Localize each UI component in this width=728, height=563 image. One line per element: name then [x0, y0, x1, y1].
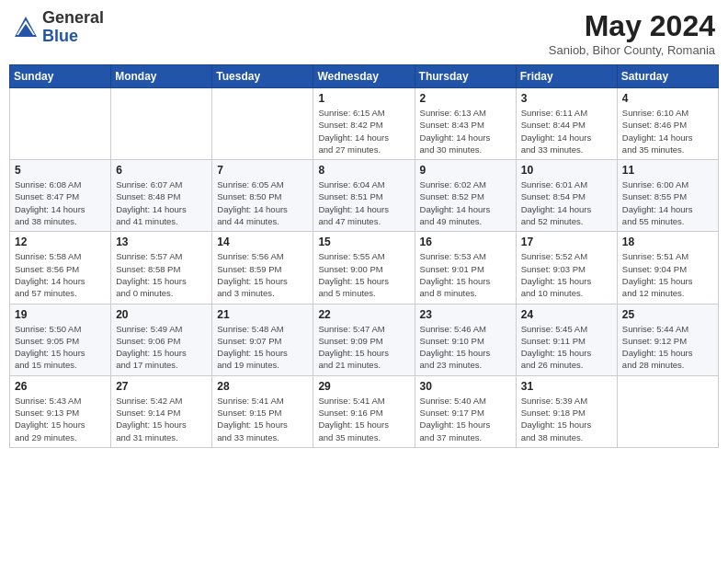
location-subtitle: Saniob, Bihor County, Romania: [549, 43, 715, 57]
calendar-cell: 29Sunrise: 5:41 AMSunset: 9:16 PMDayligh…: [313, 375, 415, 447]
day-number: 1: [318, 92, 409, 105]
day-number: 31: [521, 380, 612, 393]
day-number: 16: [420, 236, 511, 248]
calendar-cell: [617, 375, 718, 447]
day-info: Sunrise: 6:00 AMSunset: 8:55 PMDaylight:…: [622, 178, 713, 227]
calendar-week-4: 19Sunrise: 5:50 AMSunset: 9:05 PMDayligh…: [10, 304, 719, 375]
calendar-cell: 28Sunrise: 5:41 AMSunset: 9:15 PMDayligh…: [212, 375, 313, 447]
calendar-week-3: 12Sunrise: 5:58 AMSunset: 8:56 PMDayligh…: [10, 232, 719, 304]
calendar-cell: 2Sunrise: 6:13 AMSunset: 8:43 PMDaylight…: [415, 88, 516, 160]
day-info: Sunrise: 5:58 AMSunset: 8:56 PMDaylight:…: [15, 250, 106, 299]
day-number: 8: [318, 164, 409, 177]
day-info: Sunrise: 5:46 AMSunset: 9:10 PMDaylight:…: [420, 323, 511, 372]
day-number: 20: [116, 308, 207, 321]
calendar-cell: 20Sunrise: 5:49 AMSunset: 9:06 PMDayligh…: [111, 304, 212, 375]
day-number: 6: [116, 164, 207, 177]
calendar-cell: 12Sunrise: 5:58 AMSunset: 8:56 PMDayligh…: [10, 232, 111, 304]
calendar-cell: 4Sunrise: 6:10 AMSunset: 8:46 PMDaylight…: [617, 88, 718, 160]
calendar-cell: 5Sunrise: 6:08 AMSunset: 8:47 PMDaylight…: [10, 160, 111, 232]
logo-blue-text: Blue: [42, 27, 78, 45]
day-number: 27: [116, 380, 207, 393]
day-number: 24: [521, 308, 612, 321]
calendar-cell: 17Sunrise: 5:52 AMSunset: 9:03 PMDayligh…: [516, 232, 617, 304]
day-number: 21: [217, 308, 308, 321]
weekday-header-friday: Friday: [516, 65, 617, 88]
day-number: 26: [15, 380, 106, 393]
day-number: 18: [622, 236, 713, 248]
day-number: 3: [521, 92, 612, 105]
calendar-cell: 14Sunrise: 5:56 AMSunset: 8:59 PMDayligh…: [212, 232, 313, 304]
day-info: Sunrise: 6:01 AMSunset: 8:54 PMDaylight:…: [521, 178, 612, 227]
day-number: 7: [217, 164, 308, 177]
day-info: Sunrise: 5:39 AMSunset: 9:18 PMDaylight:…: [521, 395, 612, 443]
calendar-cell: [212, 88, 313, 160]
day-info: Sunrise: 5:41 AMSunset: 9:16 PMDaylight:…: [318, 395, 409, 443]
logo: General Blue: [13, 9, 104, 46]
calendar-cell: 15Sunrise: 5:55 AMSunset: 9:00 PMDayligh…: [313, 232, 415, 304]
calendar-cell: 21Sunrise: 5:48 AMSunset: 9:07 PMDayligh…: [212, 304, 313, 375]
logo-icon: [13, 15, 39, 40]
calendar-week-5: 26Sunrise: 5:43 AMSunset: 9:13 PMDayligh…: [10, 375, 719, 447]
weekday-header-thursday: Thursday: [415, 65, 516, 88]
weekday-header-saturday: Saturday: [617, 65, 718, 88]
day-info: Sunrise: 5:57 AMSunset: 8:58 PMDaylight:…: [116, 250, 207, 299]
calendar-cell: 22Sunrise: 5:47 AMSunset: 9:09 PMDayligh…: [313, 304, 415, 375]
day-info: Sunrise: 5:41 AMSunset: 9:15 PMDaylight:…: [217, 395, 308, 443]
calendar-header-row: SundayMondayTuesdayWednesdayThursdayFrid…: [10, 65, 719, 88]
day-number: 19: [15, 308, 106, 321]
logo-text: General Blue: [42, 9, 104, 46]
calendar-table: SundayMondayTuesdayWednesdayThursdayFrid…: [9, 64, 719, 448]
calendar-cell: 10Sunrise: 6:01 AMSunset: 8:54 PMDayligh…: [516, 160, 617, 232]
day-info: Sunrise: 6:05 AMSunset: 8:50 PMDaylight:…: [217, 178, 308, 227]
calendar-cell: [10, 88, 111, 160]
day-number: 30: [420, 380, 511, 393]
calendar-cell: 18Sunrise: 5:51 AMSunset: 9:04 PMDayligh…: [617, 232, 718, 304]
day-number: 17: [521, 236, 612, 248]
logo-general-text: General: [42, 8, 104, 27]
calendar-week-1: 1Sunrise: 6:15 AMSunset: 8:42 PMDaylight…: [10, 88, 719, 160]
weekday-header-sunday: Sunday: [10, 65, 111, 88]
calendar-cell: 26Sunrise: 5:43 AMSunset: 9:13 PMDayligh…: [10, 375, 111, 447]
day-info: Sunrise: 5:40 AMSunset: 9:17 PMDaylight:…: [420, 395, 511, 443]
day-number: 13: [116, 236, 207, 248]
day-info: Sunrise: 6:10 AMSunset: 8:46 PMDaylight:…: [622, 107, 713, 155]
calendar-cell: 19Sunrise: 5:50 AMSunset: 9:05 PMDayligh…: [10, 304, 111, 375]
day-info: Sunrise: 5:52 AMSunset: 9:03 PMDaylight:…: [521, 250, 612, 299]
day-info: Sunrise: 5:45 AMSunset: 9:11 PMDaylight:…: [521, 323, 612, 372]
day-number: 11: [622, 164, 713, 177]
day-info: Sunrise: 6:02 AMSunset: 8:52 PMDaylight:…: [420, 178, 511, 227]
calendar-cell: 16Sunrise: 5:53 AMSunset: 9:01 PMDayligh…: [415, 232, 516, 304]
day-number: 28: [217, 380, 308, 393]
day-number: 29: [318, 380, 409, 393]
day-info: Sunrise: 5:43 AMSunset: 9:13 PMDaylight:…: [15, 395, 106, 443]
day-info: Sunrise: 6:08 AMSunset: 8:47 PMDaylight:…: [15, 178, 106, 227]
day-number: 15: [318, 236, 409, 248]
day-number: 25: [622, 308, 713, 321]
calendar-cell: 13Sunrise: 5:57 AMSunset: 8:58 PMDayligh…: [111, 232, 212, 304]
calendar-cell: 6Sunrise: 6:07 AMSunset: 8:48 PMDaylight…: [111, 160, 212, 232]
day-info: Sunrise: 5:55 AMSunset: 9:00 PMDaylight:…: [318, 250, 409, 299]
day-info: Sunrise: 5:50 AMSunset: 9:05 PMDaylight:…: [15, 323, 106, 372]
weekday-header-tuesday: Tuesday: [212, 65, 313, 88]
calendar-cell: 3Sunrise: 6:11 AMSunset: 8:44 PMDaylight…: [516, 88, 617, 160]
day-number: 9: [420, 164, 511, 177]
calendar-cell: 24Sunrise: 5:45 AMSunset: 9:11 PMDayligh…: [516, 304, 617, 375]
page-header: General Blue May 2024 Saniob, Bihor Coun…: [9, 9, 719, 57]
day-info: Sunrise: 5:44 AMSunset: 9:12 PMDaylight:…: [622, 323, 713, 372]
day-info: Sunrise: 5:49 AMSunset: 9:06 PMDaylight:…: [116, 323, 207, 372]
calendar-cell: 27Sunrise: 5:42 AMSunset: 9:14 PMDayligh…: [111, 375, 212, 447]
day-info: Sunrise: 6:04 AMSunset: 8:51 PMDaylight:…: [318, 178, 409, 227]
title-block: May 2024 Saniob, Bihor County, Romania: [549, 9, 715, 57]
day-info: Sunrise: 5:47 AMSunset: 9:09 PMDaylight:…: [318, 323, 409, 372]
day-info: Sunrise: 5:56 AMSunset: 8:59 PMDaylight:…: [217, 250, 308, 299]
day-info: Sunrise: 6:11 AMSunset: 8:44 PMDaylight:…: [521, 107, 612, 155]
calendar-cell: [111, 88, 212, 160]
weekday-header-wednesday: Wednesday: [313, 65, 415, 88]
month-title: May 2024: [549, 9, 715, 43]
day-info: Sunrise: 6:07 AMSunset: 8:48 PMDaylight:…: [116, 178, 207, 227]
calendar-cell: 25Sunrise: 5:44 AMSunset: 9:12 PMDayligh…: [617, 304, 718, 375]
day-info: Sunrise: 5:51 AMSunset: 9:04 PMDaylight:…: [622, 250, 713, 299]
weekday-header-monday: Monday: [111, 65, 212, 88]
day-number: 5: [15, 164, 106, 177]
day-info: Sunrise: 6:13 AMSunset: 8:43 PMDaylight:…: [420, 107, 511, 155]
